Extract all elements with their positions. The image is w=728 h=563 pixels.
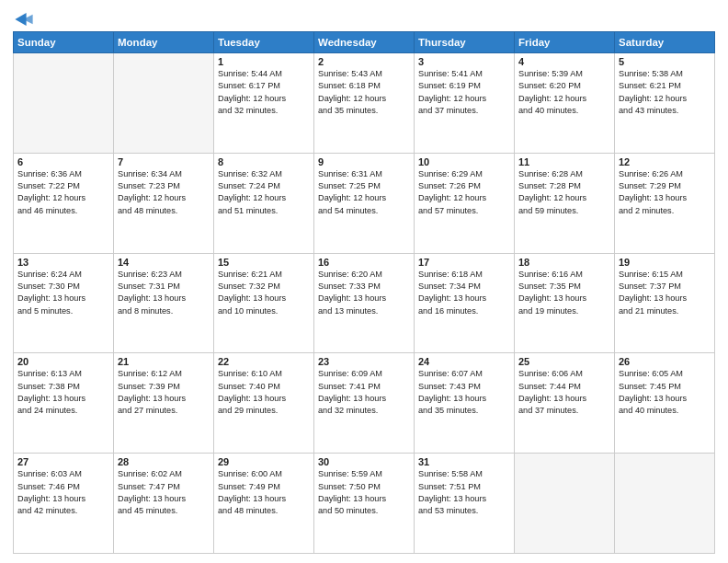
day-info: Sunrise: 6:18 AM Sunset: 7:34 PM Dayligh… (418, 269, 510, 317)
weekday-header: Wednesday (314, 32, 415, 53)
calendar-cell (114, 53, 214, 154)
day-number: 28 (118, 456, 210, 467)
calendar-cell: 26Sunrise: 6:05 AM Sunset: 7:45 PM Dayli… (615, 353, 715, 454)
day-number: 7 (118, 156, 210, 167)
calendar-cell: 9Sunrise: 6:31 AM Sunset: 7:25 PM Daylig… (314, 153, 415, 253)
weekday-header: Tuesday (214, 32, 314, 53)
day-number: 15 (218, 257, 310, 268)
day-number: 13 (17, 257, 109, 268)
day-number: 22 (218, 356, 310, 367)
calendar-cell: 4Sunrise: 5:39 AM Sunset: 6:20 PM Daylig… (515, 53, 615, 154)
day-info: Sunrise: 6:36 AM Sunset: 7:22 PM Dayligh… (17, 168, 109, 217)
day-number: 12 (619, 156, 711, 167)
calendar-cell: 28Sunrise: 6:02 AM Sunset: 7:47 PM Dayli… (114, 454, 214, 554)
calendar-cell: 1Sunrise: 5:44 AM Sunset: 6:17 PM Daylig… (214, 53, 314, 154)
day-info: Sunrise: 6:12 AM Sunset: 7:39 PM Dayligh… (118, 368, 210, 417)
day-number: 18 (518, 257, 610, 268)
day-info: Sunrise: 5:39 AM Sunset: 6:20 PM Dayligh… (518, 68, 610, 117)
day-info: Sunrise: 6:31 AM Sunset: 7:25 PM Dayligh… (318, 168, 410, 217)
day-number: 21 (118, 356, 210, 367)
day-info: Sunrise: 6:26 AM Sunset: 7:29 PM Dayligh… (619, 168, 711, 217)
day-number: 19 (619, 257, 711, 268)
day-info: Sunrise: 6:32 AM Sunset: 7:24 PM Dayligh… (218, 168, 310, 217)
day-info: Sunrise: 6:03 AM Sunset: 7:46 PM Dayligh… (17, 468, 109, 517)
calendar-cell: 21Sunrise: 6:12 AM Sunset: 7:39 PM Dayli… (114, 353, 214, 454)
calendar-cell: 19Sunrise: 6:15 AM Sunset: 7:37 PM Dayli… (615, 253, 715, 353)
day-info: Sunrise: 6:10 AM Sunset: 7:40 PM Dayligh… (218, 368, 310, 417)
calendar-cell (14, 53, 114, 154)
day-number: 8 (218, 156, 310, 167)
calendar-cell: 31Sunrise: 5:58 AM Sunset: 7:51 PM Dayli… (415, 454, 515, 554)
calendar-cell (515, 454, 615, 554)
day-info: Sunrise: 5:41 AM Sunset: 6:19 PM Dayligh… (418, 68, 510, 117)
day-number: 4 (518, 56, 610, 67)
calendar-cell: 20Sunrise: 6:13 AM Sunset: 7:38 PM Dayli… (14, 353, 114, 454)
day-number: 29 (218, 456, 310, 467)
calendar-cell: 6Sunrise: 6:36 AM Sunset: 7:22 PM Daylig… (14, 153, 114, 253)
day-info: Sunrise: 6:28 AM Sunset: 7:28 PM Dayligh… (518, 168, 610, 217)
calendar-cell: 12Sunrise: 6:26 AM Sunset: 7:29 PM Dayli… (615, 153, 715, 253)
calendar-cell: 16Sunrise: 6:20 AM Sunset: 7:33 PM Dayli… (314, 253, 415, 353)
calendar-cell: 23Sunrise: 6:09 AM Sunset: 7:41 PM Dayli… (314, 353, 415, 454)
day-number: 25 (518, 356, 610, 367)
day-number: 10 (418, 156, 510, 167)
day-number: 9 (318, 156, 410, 167)
calendar-cell: 30Sunrise: 5:59 AM Sunset: 7:50 PM Dayli… (314, 454, 415, 554)
day-number: 23 (318, 356, 410, 367)
day-info: Sunrise: 6:06 AM Sunset: 7:44 PM Dayligh… (518, 368, 610, 417)
day-info: Sunrise: 5:43 AM Sunset: 6:18 PM Dayligh… (318, 68, 410, 117)
calendar-cell: 8Sunrise: 6:32 AM Sunset: 7:24 PM Daylig… (214, 153, 314, 253)
calendar-cell: 24Sunrise: 6:07 AM Sunset: 7:43 PM Dayli… (415, 353, 515, 454)
calendar-cell: 25Sunrise: 6:06 AM Sunset: 7:44 PM Dayli… (515, 353, 615, 454)
day-info: Sunrise: 6:23 AM Sunset: 7:31 PM Dayligh… (118, 269, 210, 317)
day-number: 20 (17, 356, 109, 367)
calendar-cell: 2Sunrise: 5:43 AM Sunset: 6:18 PM Daylig… (314, 53, 415, 154)
calendar-cell: 29Sunrise: 6:00 AM Sunset: 7:49 PM Dayli… (214, 454, 314, 554)
calendar-week-row: 27Sunrise: 6:03 AM Sunset: 7:46 PM Dayli… (14, 454, 715, 554)
calendar-cell: 7Sunrise: 6:34 AM Sunset: 7:23 PM Daylig… (114, 153, 214, 253)
calendar-cell: 3Sunrise: 5:41 AM Sunset: 6:19 PM Daylig… (415, 53, 515, 154)
calendar-cell (615, 454, 715, 554)
day-info: Sunrise: 6:21 AM Sunset: 7:32 PM Dayligh… (218, 269, 310, 317)
page: SundayMondayTuesdayWednesdayThursdayFrid… (0, 0, 728, 563)
day-number: 3 (418, 56, 510, 67)
day-number: 16 (318, 257, 410, 268)
day-info: Sunrise: 6:09 AM Sunset: 7:41 PM Dayligh… (318, 368, 410, 417)
calendar-cell: 13Sunrise: 6:24 AM Sunset: 7:30 PM Dayli… (14, 253, 114, 353)
calendar-cell: 14Sunrise: 6:23 AM Sunset: 7:31 PM Dayli… (114, 253, 214, 353)
day-info: Sunrise: 5:59 AM Sunset: 7:50 PM Dayligh… (318, 468, 410, 517)
day-number: 5 (619, 56, 711, 67)
day-number: 2 (318, 56, 410, 67)
day-info: Sunrise: 6:07 AM Sunset: 7:43 PM Dayligh… (418, 368, 510, 417)
header (13, 9, 715, 26)
day-info: Sunrise: 6:15 AM Sunset: 7:37 PM Dayligh… (619, 269, 711, 317)
day-number: 1 (218, 56, 310, 67)
weekday-header: Thursday (415, 32, 515, 53)
calendar-cell: 10Sunrise: 6:29 AM Sunset: 7:26 PM Dayli… (415, 153, 515, 253)
calendar-cell: 18Sunrise: 6:16 AM Sunset: 7:35 PM Dayli… (515, 253, 615, 353)
day-number: 31 (418, 456, 510, 467)
calendar-week-row: 6Sunrise: 6:36 AM Sunset: 7:22 PM Daylig… (14, 153, 715, 253)
day-number: 30 (318, 456, 410, 467)
weekday-header: Friday (515, 32, 615, 53)
calendar-cell: 17Sunrise: 6:18 AM Sunset: 7:34 PM Dayli… (415, 253, 515, 353)
weekday-header: Sunday (14, 32, 114, 53)
day-info: Sunrise: 6:00 AM Sunset: 7:49 PM Dayligh… (218, 468, 310, 517)
calendar-cell: 22Sunrise: 6:10 AM Sunset: 7:40 PM Dayli… (214, 353, 314, 454)
day-number: 11 (518, 156, 610, 167)
weekday-header: Saturday (615, 32, 715, 53)
calendar-cell: 11Sunrise: 6:28 AM Sunset: 7:28 PM Dayli… (515, 153, 615, 253)
day-number: 6 (17, 156, 109, 167)
weekday-header: Monday (114, 32, 214, 53)
day-info: Sunrise: 5:38 AM Sunset: 6:21 PM Dayligh… (619, 68, 711, 117)
logo (13, 9, 33, 26)
calendar-week-row: 20Sunrise: 6:13 AM Sunset: 7:38 PM Dayli… (14, 353, 715, 454)
day-info: Sunrise: 6:24 AM Sunset: 7:30 PM Dayligh… (17, 269, 109, 317)
day-number: 27 (17, 456, 109, 467)
day-info: Sunrise: 6:34 AM Sunset: 7:23 PM Dayligh… (118, 168, 210, 217)
day-info: Sunrise: 6:29 AM Sunset: 7:26 PM Dayligh… (418, 168, 510, 217)
calendar-week-row: 1Sunrise: 5:44 AM Sunset: 6:17 PM Daylig… (14, 53, 715, 154)
day-number: 24 (418, 356, 510, 367)
day-number: 17 (418, 257, 510, 268)
calendar-cell: 15Sunrise: 6:21 AM Sunset: 7:32 PM Dayli… (214, 253, 314, 353)
